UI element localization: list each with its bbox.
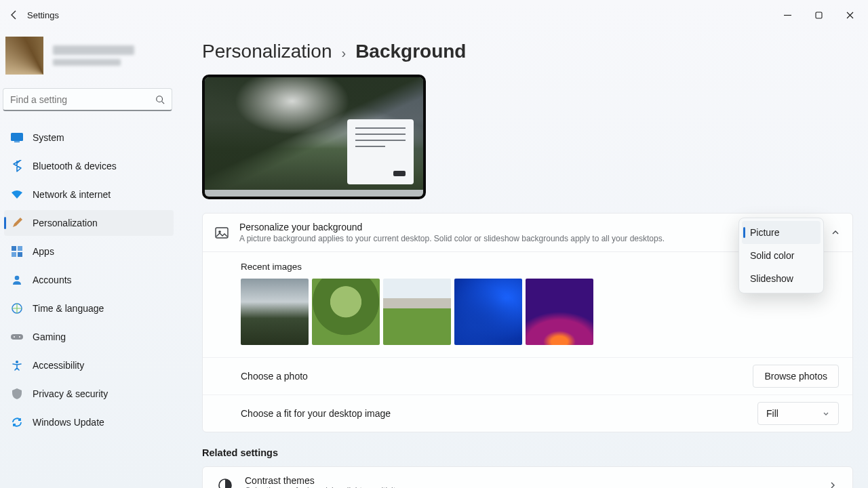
wifi-icon xyxy=(11,188,23,201)
svg-point-13 xyxy=(16,361,18,363)
chevron-right-icon: › xyxy=(341,45,346,61)
background-panel: Personalize your background A picture ba… xyxy=(202,213,853,432)
sidebar-item-network[interactable]: Network & internet xyxy=(4,182,174,207)
sidebar-item-update[interactable]: Windows Update xyxy=(4,409,174,435)
recent-image-thumb[interactable] xyxy=(526,279,593,345)
choose-fit-row: Choose a fit for your desktop image Fill xyxy=(203,394,852,432)
avatar xyxy=(5,37,43,75)
update-icon xyxy=(11,416,23,428)
contrast-icon xyxy=(218,478,233,488)
breadcrumb-parent[interactable]: Personalization xyxy=(202,41,332,62)
svg-point-8 xyxy=(15,276,20,281)
svg-rect-5 xyxy=(18,246,22,251)
maximize-button[interactable] xyxy=(803,4,834,26)
choose-photo-label: Choose a photo xyxy=(241,371,308,382)
contrast-title: Contrast themes xyxy=(245,475,399,486)
recent-image-thumb[interactable] xyxy=(312,279,380,345)
monitor-icon xyxy=(11,131,23,144)
sidebar: System Bluetooth & devices Network & int… xyxy=(0,30,182,488)
sidebar-item-time[interactable]: Time & language xyxy=(4,296,174,321)
svg-point-1 xyxy=(157,96,163,102)
apps-icon xyxy=(11,245,23,258)
sidebar-item-label: Windows Update xyxy=(33,417,104,428)
gamepad-icon xyxy=(11,331,23,343)
close-icon xyxy=(846,12,854,19)
dropdown-option-picture[interactable]: Picture xyxy=(742,221,821,244)
globe-clock-icon xyxy=(11,302,23,314)
related-settings: Related settings Contrast themes Color t… xyxy=(202,447,853,488)
preview-taskbar xyxy=(205,190,423,197)
recent-image-thumb[interactable] xyxy=(383,279,451,345)
sidebar-item-accessibility[interactable]: Accessibility xyxy=(4,352,174,378)
sidebar-item-apps[interactable]: Apps xyxy=(4,239,174,264)
search-input[interactable] xyxy=(3,88,172,111)
sidebar-item-accounts[interactable]: Accounts xyxy=(4,267,174,293)
preview-window-mock xyxy=(347,119,414,184)
sidebar-item-label: Accounts xyxy=(33,274,72,285)
sidebar-item-label: Personalization xyxy=(33,218,98,228)
sidebar-item-label: Accessibility xyxy=(33,360,84,371)
main-content: Personalization › Background Personalize… xyxy=(182,30,868,488)
user-name-redacted xyxy=(53,45,134,66)
sidebar-item-system[interactable]: System xyxy=(4,125,174,150)
sidebar-item-label: Gaming xyxy=(33,331,66,342)
search-icon xyxy=(155,95,165,104)
sidebar-item-label: Privacy & security xyxy=(33,388,108,399)
arrow-left-icon xyxy=(9,9,20,20)
page-title: Background xyxy=(355,41,466,62)
personalize-subtitle: A picture background applies to your cur… xyxy=(239,234,665,243)
contrast-themes-item[interactable]: Contrast themes Color themes for low vis… xyxy=(202,466,853,488)
browse-photos-button[interactable]: Browse photos xyxy=(753,365,839,388)
recent-image-thumb[interactable] xyxy=(241,279,309,345)
sidebar-item-gaming[interactable]: Gaming xyxy=(4,324,174,350)
person-icon xyxy=(11,274,23,286)
personalize-title: Personalize your background xyxy=(239,222,665,232)
sidebar-item-privacy[interactable]: Privacy & security xyxy=(4,381,174,407)
maximize-icon xyxy=(815,12,823,19)
personalize-row[interactable]: Personalize your background A picture ba… xyxy=(203,214,852,252)
chevron-right-icon xyxy=(828,481,837,488)
fit-select[interactable]: Fill xyxy=(757,402,839,425)
choose-fit-label: Choose a fit for your desktop image xyxy=(241,408,391,419)
svg-rect-2 xyxy=(11,133,23,141)
dropdown-option-solid-color[interactable]: Solid color xyxy=(742,244,821,267)
sidebar-item-personalization[interactable]: Personalization xyxy=(4,210,174,236)
sidebar-item-label: Apps xyxy=(33,246,54,257)
breadcrumb: Personalization › Background xyxy=(202,41,853,62)
svg-point-11 xyxy=(14,336,15,338)
nav-list: System Bluetooth & devices Network & int… xyxy=(0,121,178,439)
background-type-dropdown[interactable]: Picture Solid color Slideshow xyxy=(738,218,824,293)
app-title: Settings xyxy=(27,10,59,20)
back-button[interactable] xyxy=(3,3,26,26)
recent-image-thumb[interactable] xyxy=(454,279,522,345)
bluetooth-icon xyxy=(11,160,23,172)
sidebar-item-label: System xyxy=(33,132,64,143)
user-block[interactable] xyxy=(0,30,178,88)
chevron-down-icon xyxy=(822,409,830,418)
minimize-icon xyxy=(784,12,791,19)
chevron-up-icon xyxy=(831,228,840,237)
accessibility-icon xyxy=(11,359,23,371)
svg-rect-3 xyxy=(14,142,20,143)
titlebar: Settings xyxy=(0,0,868,30)
choose-photo-row: Choose a photo Browse photos xyxy=(203,357,852,394)
shield-icon xyxy=(11,388,23,400)
window-controls xyxy=(772,4,865,26)
close-button[interactable] xyxy=(834,4,865,26)
svg-rect-7 xyxy=(18,252,22,257)
sidebar-item-label: Network & internet xyxy=(33,189,111,200)
dropdown-option-slideshow[interactable]: Slideshow xyxy=(742,267,821,290)
picture-icon xyxy=(215,226,229,240)
sidebar-item-label: Time & language xyxy=(33,303,104,314)
svg-rect-0 xyxy=(816,12,822,18)
paintbrush-icon xyxy=(11,217,23,229)
related-heading: Related settings xyxy=(202,447,853,458)
svg-rect-6 xyxy=(12,252,16,257)
sidebar-item-bluetooth[interactable]: Bluetooth & devices xyxy=(4,153,174,179)
desktop-preview xyxy=(202,75,426,199)
svg-rect-14 xyxy=(216,228,228,238)
svg-point-12 xyxy=(19,336,20,338)
search-field[interactable] xyxy=(10,94,155,105)
minimize-button[interactable] xyxy=(772,4,803,26)
svg-rect-4 xyxy=(12,246,16,251)
